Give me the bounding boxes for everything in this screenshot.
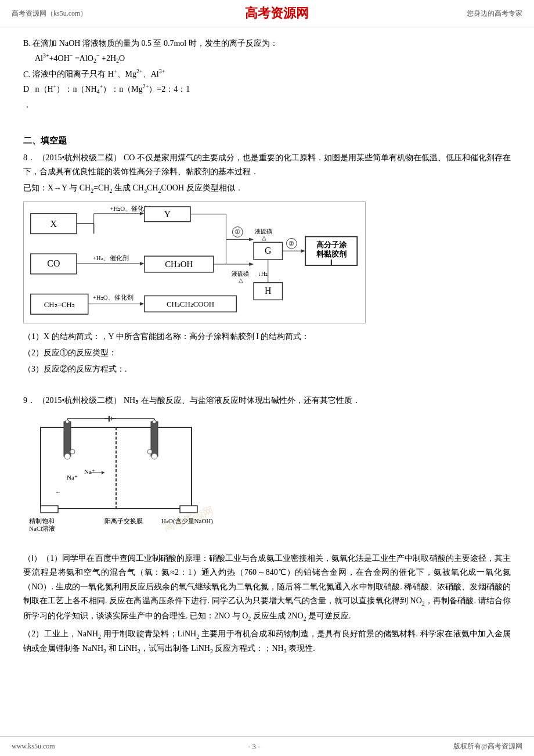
footer: www.ks5u.com - 3 - 版权所有@高考资源网 bbox=[0, 736, 534, 756]
svg-rect-54 bbox=[64, 422, 71, 456]
question-9: 9． （2015•杭州校级二模） NH₃ 在与酸反应、与盐溶液反应时体现出碱性外… bbox=[23, 394, 511, 656]
svg-rect-70 bbox=[41, 506, 58, 513]
option-B-text: 在滴加 NaOH 溶液物质的量为 0.5 至 0.7mol 时，发生的离子反应为… bbox=[33, 39, 277, 48]
footer-right: 版权所有@高考资源网 bbox=[453, 741, 522, 751]
q8-sub3: （3）反应②的反应方程式：. bbox=[23, 362, 511, 376]
svg-text:Na⁺: Na⁺ bbox=[67, 474, 78, 481]
svg-text:Na⁺: Na⁺ bbox=[84, 468, 95, 475]
q9-intro: 9． （2015•杭州校级二模） NH₃ 在与酸反应、与盐溶液反应时体现出碱性外… bbox=[23, 394, 511, 408]
footer-left: www.ks5u.com bbox=[12, 742, 55, 751]
q8-intro: 8． （2015•杭州校级二模） CO 不仅是家用煤气的主要成分，也是重要的化工… bbox=[23, 151, 511, 179]
svg-marker-29 bbox=[249, 237, 254, 241]
svg-text:CO: CO bbox=[47, 258, 60, 268]
svg-text:I: I bbox=[330, 257, 333, 266]
svg-text:料黏胶剂: 料黏胶剂 bbox=[316, 250, 347, 258]
svg-point-64 bbox=[153, 420, 156, 423]
svg-text:△: △ bbox=[239, 276, 243, 283]
svg-text:阳离子交换膜: 阳离子交换膜 bbox=[104, 517, 143, 524]
q9-body2: （2）工业上，NaNH2 用于制取靛青染料；LiNH2 主要用于有机合成和药物制… bbox=[23, 627, 511, 657]
svg-marker-13 bbox=[140, 262, 145, 265]
svg-text:G: G bbox=[265, 246, 271, 255]
option-C: C. 溶液中的阳离子只有 H+、Mg2+、Al3+ bbox=[23, 67, 511, 82]
svg-point-79 bbox=[147, 449, 152, 454]
option-B-eq: Al3++4OH− =AlO2− +2H2O bbox=[35, 51, 511, 66]
svg-text:X: X bbox=[50, 218, 57, 228]
svg-point-63 bbox=[66, 420, 69, 423]
q9-label: 9． bbox=[23, 396, 35, 405]
svg-text:H₂O(含少量NaOH): H₂O(含少量NaOH) bbox=[161, 517, 213, 525]
q8-label: 8． bbox=[23, 153, 35, 162]
svg-rect-71 bbox=[180, 506, 197, 513]
page: 高考资源网（ks5u.com） 高考资源网 您身边的高考专家 B. 在滴加 Na… bbox=[0, 0, 534, 756]
q9-text: NH₃ 在与酸反应、与盐溶液反应时体现出碱性外，还有其它性质． bbox=[124, 396, 360, 405]
q8-sub1: （1）X 的结构简式：，Y 中所含官能团名称：高分子涂料黏胶剂 I 的结构简式： bbox=[23, 329, 511, 344]
header-title: 高考资源网 bbox=[245, 5, 309, 22]
svg-marker-20 bbox=[140, 302, 145, 305]
svg-text:CH₃CH₂COOH: CH₃CH₂COOH bbox=[167, 300, 214, 308]
svg-text:精制饱和: 精制饱和 bbox=[29, 517, 55, 524]
options-block: B. 在滴加 NaOH 溶液物质的量为 0.5 至 0.7mol 时，发生的离子… bbox=[23, 36, 511, 112]
main-content: B. 在滴加 NaOH 溶液物质的量为 0.5 至 0.7mol 时，发生的离子… bbox=[0, 27, 534, 676]
svg-point-78 bbox=[151, 453, 157, 459]
q9-body1-title: （Ⅰ）（1）同学甲在百度中查阅工业制硝酸的原理：硝酸工业与合成氨工业密接相关，氨… bbox=[23, 552, 511, 624]
q9-prefix: （2015•杭州校级二模） bbox=[38, 396, 122, 405]
header-left: 高考资源网（ks5u.com） bbox=[12, 9, 87, 19]
svg-text:H: H bbox=[265, 286, 271, 296]
option-C-label: C. bbox=[23, 70, 31, 78]
svg-text:←: ← bbox=[55, 489, 61, 495]
q8-diagram: X +H₂O、催化剂 Y CO +H₂、 bbox=[23, 201, 366, 323]
option-dot: ． bbox=[23, 98, 511, 112]
svg-text:①: ① bbox=[234, 228, 240, 235]
svg-marker-37 bbox=[301, 249, 305, 253]
svg-text:+H₂、催化剂: +H₂、催化剂 bbox=[93, 254, 129, 261]
q9-diagram: Na⁺ Na⁺ ← 精制饱和 NaCl溶液 阳离子交换膜 H₂O(含少量NaOH… bbox=[23, 416, 221, 543]
option-D: D n（H+）：n（NH4+）：n（Mg2+）=2：4：1 bbox=[23, 81, 511, 97]
svg-marker-6 bbox=[140, 211, 145, 215]
option-C-text: 溶液中的阳离子只有 H+、Mg2+、Al3+ bbox=[33, 70, 165, 78]
svg-text:△: △ bbox=[262, 235, 266, 241]
q8-prefix: （2015•杭州校级二模） bbox=[38, 153, 122, 162]
svg-text:CH₂=CH₂: CH₂=CH₂ bbox=[44, 301, 75, 309]
svg-text:NaCl溶液: NaCl溶液 bbox=[29, 525, 55, 532]
option-B: B. 在滴加 NaOH 溶液物质的量为 0.5 至 0.7mol 时，发生的离子… bbox=[23, 36, 511, 51]
svg-text:Y: Y bbox=[164, 209, 171, 218]
svg-text:高分子涂: 高分子涂 bbox=[316, 240, 347, 249]
footer-page-number: - 3 - bbox=[248, 742, 261, 751]
option-B-label: B. bbox=[23, 39, 31, 48]
svg-point-77 bbox=[70, 449, 75, 454]
header-right: 您身边的高考专家 bbox=[467, 9, 522, 19]
svg-marker-45 bbox=[249, 262, 254, 266]
svg-text:液硫磺: 液硫磺 bbox=[232, 270, 249, 276]
svg-text:CH₃OH: CH₃OH bbox=[165, 259, 193, 268]
q9-diagram-container: Na⁺ Na⁺ ← 精制饱和 NaCl溶液 阳离子交换膜 H₂O(含少量NaOH… bbox=[23, 410, 221, 549]
question-8: 8． （2015•杭州校级二模） CO 不仅是家用煤气的主要成分，也是重要的化工… bbox=[23, 151, 511, 376]
svg-text:↓H₂: ↓H₂ bbox=[258, 270, 268, 276]
svg-text:②: ② bbox=[288, 240, 294, 247]
header: 高考资源网（ks5u.com） 高考资源网 您身边的高考专家 bbox=[0, 0, 534, 27]
svg-text:液硫磺: 液硫磺 bbox=[255, 228, 272, 235]
svg-text:+H₂O、催化剂: +H₂O、催化剂 bbox=[93, 294, 134, 301]
q8-sub2: （2）反应①的反应类型： bbox=[23, 345, 511, 360]
section2-title: 二、填空题 bbox=[23, 135, 511, 146]
svg-point-76 bbox=[64, 453, 70, 459]
q8-given: 已知：X→Y 与 CH2=CH2 生成 CH3CH2COOH 反应类型相似． bbox=[23, 181, 511, 196]
